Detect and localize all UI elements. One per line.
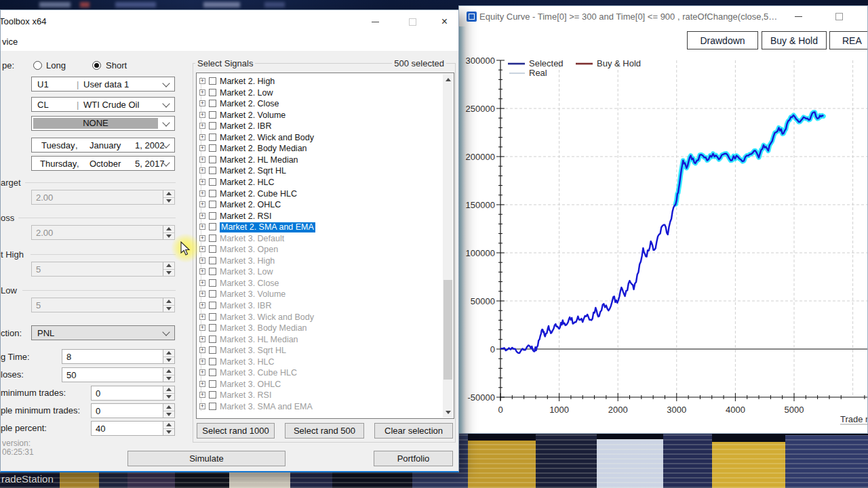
signal-item[interactable]: +Market 2. Cube HLC xyxy=(198,188,432,199)
maximize-button[interactable] xyxy=(397,10,428,33)
spinner-buttons[interactable] xyxy=(163,368,174,382)
scroll-up-button[interactable] xyxy=(443,74,453,85)
signal-item[interactable]: +Market 3. Volume xyxy=(198,289,432,300)
signal-item[interactable]: +Market 2. OHLC xyxy=(198,199,432,210)
expand-icon[interactable]: + xyxy=(199,123,205,129)
start-date-picker[interactable]: Tuesday , January 1, 2002 xyxy=(31,138,175,152)
signal-checkbox[interactable] xyxy=(209,201,216,208)
signal-item[interactable]: +Market 3. Sqrt HL xyxy=(198,345,432,356)
signal-checkbox[interactable] xyxy=(209,290,216,298)
signal-checkbox[interactable] xyxy=(209,380,216,388)
user-data-combo[interactable]: U1 | User data 1 xyxy=(31,77,175,92)
spinner-buttons[interactable] xyxy=(163,386,174,400)
signal-checkbox[interactable] xyxy=(209,336,216,343)
signal-item[interactable]: +Market 2. IBR xyxy=(198,121,432,131)
expand-icon[interactable]: + xyxy=(199,336,205,342)
toolbox-titlebar[interactable]: Toolbox x64 × xyxy=(1,10,458,33)
expand-icon[interactable]: + xyxy=(199,145,205,151)
expand-icon[interactable]: + xyxy=(199,369,205,375)
clear-selection-button[interactable]: Clear selection xyxy=(374,423,453,439)
signal-checkbox[interactable] xyxy=(209,245,216,253)
list-scrollbar[interactable] xyxy=(443,74,453,418)
expand-icon[interactable]: + xyxy=(199,167,205,174)
expand-icon[interactable]: + xyxy=(199,381,205,387)
select-rand-1000-button[interactable]: Select rand 1000 xyxy=(197,423,275,439)
lowest-low-spinner[interactable]: 5 xyxy=(31,298,175,312)
spinner-buttons[interactable] xyxy=(163,226,174,239)
signal-item[interactable]: +Market 2. HL Median xyxy=(198,155,432,165)
spinner-buttons[interactable] xyxy=(163,404,174,418)
signal-item[interactable]: +Market 3. Open xyxy=(198,244,432,255)
signal-item[interactable]: +Market 2. SMA and EMA xyxy=(198,222,432,232)
expand-icon[interactable]: + xyxy=(199,134,205,140)
maximize-button[interactable] xyxy=(824,5,854,28)
spinner-buttons[interactable] xyxy=(163,298,174,312)
signal-checkbox[interactable] xyxy=(209,100,216,107)
minimize-button[interactable] xyxy=(360,10,391,33)
signal-checkbox[interactable] xyxy=(209,391,216,399)
expand-icon[interactable]: + xyxy=(199,403,205,409)
real-button[interactable]: REA xyxy=(829,31,868,49)
signal-item[interactable]: +Market 2. Sqrt HL xyxy=(198,165,432,176)
function-combo[interactable]: PNL xyxy=(31,325,175,340)
drawdown-button[interactable]: Drawdown xyxy=(687,31,758,49)
expand-icon[interactable]: + xyxy=(199,258,205,264)
signal-checkbox[interactable] xyxy=(209,111,216,119)
signal-item[interactable]: +Market 3. SMA and EMA xyxy=(198,401,432,412)
signal-checkbox[interactable] xyxy=(209,89,216,96)
expand-icon[interactable]: + xyxy=(199,224,205,230)
signal-item[interactable]: +Market 3. HLC xyxy=(198,357,432,367)
close-button[interactable]: × xyxy=(429,10,459,33)
signal-checkbox[interactable] xyxy=(209,302,216,309)
signal-item[interactable]: +Market 3. Low xyxy=(198,266,432,277)
closes-spinner[interactable]: 50 xyxy=(62,367,175,382)
market-combo[interactable]: CL | WTI Crude Oil xyxy=(31,97,175,112)
signal-item[interactable]: +Market 3. Close xyxy=(198,278,432,289)
expand-icon[interactable]: + xyxy=(199,235,205,241)
signal-item[interactable]: +Market 3. High xyxy=(198,256,432,266)
signal-checkbox[interactable] xyxy=(209,134,216,141)
signal-item[interactable]: +Market 2. Low xyxy=(198,87,432,98)
portfolio-button[interactable]: Portfolio xyxy=(374,451,453,466)
signal-item[interactable]: +Market 3. Wick and Body xyxy=(198,312,432,323)
expand-icon[interactable]: + xyxy=(199,89,205,96)
signal-item[interactable]: +Market 2. Close xyxy=(198,98,432,109)
none-combo[interactable]: NONE xyxy=(31,116,175,131)
signal-item[interactable]: +Market 2. High xyxy=(198,76,432,87)
expand-icon[interactable]: + xyxy=(199,268,205,274)
signal-item[interactable]: +Market 2. RSI xyxy=(198,211,432,222)
signal-checkbox[interactable] xyxy=(209,235,216,242)
radio-long[interactable] xyxy=(33,61,42,70)
signal-item[interactable]: +Market 3. HL Median xyxy=(198,334,432,345)
menu-item[interactable]: vice xyxy=(2,37,18,47)
sample-min-trades-spinner[interactable]: 0 xyxy=(91,403,175,418)
signal-checkbox[interactable] xyxy=(209,268,216,275)
expand-icon[interactable]: + xyxy=(199,280,205,286)
buy-and-hold-button[interactable]: Buy & Hold xyxy=(762,31,827,49)
signal-checkbox[interactable] xyxy=(209,324,216,331)
signal-checkbox[interactable] xyxy=(209,212,216,220)
spinner-buttons[interactable] xyxy=(163,190,174,204)
signal-checkbox[interactable] xyxy=(209,257,216,264)
highest-high-spinner[interactable]: 5 xyxy=(31,262,175,277)
spinner-buttons[interactable] xyxy=(163,350,174,363)
select-rand-500-button[interactable]: Select rand 500 xyxy=(285,423,364,439)
signal-checkbox[interactable] xyxy=(209,156,216,163)
signal-item[interactable]: +Market 3. Cube HLC xyxy=(198,367,432,378)
expand-icon[interactable]: + xyxy=(199,314,205,320)
signal-item[interactable]: +Market 2. Volume xyxy=(198,110,432,121)
signals-listbox[interactable]: +Market 2. High+Market 2. Low+Market 2. … xyxy=(196,73,454,419)
expand-icon[interactable]: + xyxy=(199,157,205,163)
scroll-down-button[interactable] xyxy=(443,407,453,418)
signal-checkbox[interactable] xyxy=(209,223,216,230)
signal-checkbox[interactable] xyxy=(209,144,216,152)
minimize-button[interactable] xyxy=(783,5,814,28)
expand-icon[interactable]: + xyxy=(199,392,205,398)
signal-item[interactable]: +Market 2. HLC xyxy=(198,177,432,188)
expand-icon[interactable]: + xyxy=(199,112,205,118)
signal-checkbox[interactable] xyxy=(209,190,216,197)
signal-item[interactable]: +Market 2. Wick and Body xyxy=(198,132,432,143)
signal-item[interactable]: +Market 3. IBR xyxy=(198,300,432,311)
expand-icon[interactable]: + xyxy=(199,347,205,353)
expand-icon[interactable]: + xyxy=(199,291,205,297)
